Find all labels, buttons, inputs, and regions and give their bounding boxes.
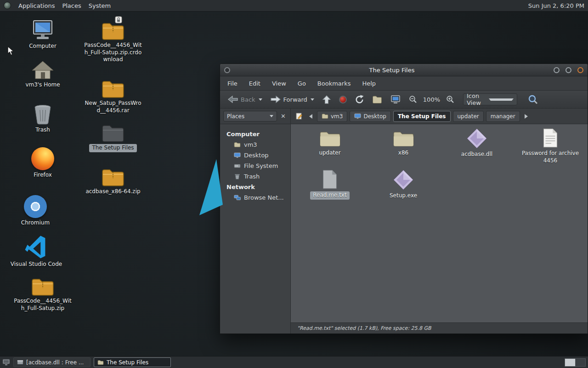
- file-read-me-txt[interactable]: Read.me.txt: [295, 169, 364, 200]
- sidebar-item-label: vm3: [244, 141, 257, 148]
- window-menu-icon[interactable]: [224, 67, 230, 73]
- archive-window-icon: [17, 359, 23, 365]
- desktop-icon-small: [354, 113, 361, 119]
- zoom-in-button[interactable]: [444, 94, 456, 105]
- desktop-icon-label: acdbase_x86-64.zip: [85, 188, 140, 196]
- minimize-button[interactable]: [554, 67, 560, 73]
- distro-menu-icon[interactable]: [4, 2, 11, 9]
- sidebar-group-network: Network: [220, 182, 290, 192]
- desktop-icon-vscode[interactable]: Visual Studio Code: [6, 235, 66, 268]
- desktop-icon-firefox[interactable]: Firefox: [13, 147, 73, 179]
- back-button[interactable]: Back: [226, 93, 264, 105]
- desktop-icon-trash[interactable]: Trash: [13, 103, 73, 134]
- file-view: updater x86 acdbase.dll Password for arc…: [291, 124, 588, 334]
- maximize-button[interactable]: [565, 67, 571, 73]
- search-button[interactable]: [526, 93, 540, 106]
- trash-icon: [234, 173, 241, 180]
- refresh-button[interactable]: [353, 93, 366, 106]
- chevron-down-icon: [311, 98, 314, 101]
- desktop-icon-passcode-zip[interactable]: PassCode__4456_With_Full-Satup.zip: [13, 276, 73, 312]
- taskbar-item-acdbase[interactable]: [acdbase.dll : Free ...: [13, 357, 90, 367]
- firefox-icon: [31, 147, 54, 170]
- folder-icon: [322, 113, 328, 119]
- menu-places[interactable]: Places: [62, 2, 81, 9]
- text-file-icon: [322, 169, 338, 190]
- toggle-location-entry-button[interactable]: [294, 111, 305, 121]
- desktop-icon-passcode-crdownload[interactable]: PassCode__4456_With_Full-Satup.zip.crdow…: [83, 20, 143, 63]
- desktop-icon-chromium[interactable]: Chromium: [6, 195, 65, 227]
- crumbs-scroll-right-button[interactable]: [522, 111, 530, 122]
- window-titlebar[interactable]: The Setup Files: [220, 64, 588, 76]
- zoom-in-icon: [446, 95, 454, 104]
- sidebar-item-file-system[interactable]: File System: [220, 161, 290, 171]
- crumbs-scroll-left-button[interactable]: [307, 111, 315, 122]
- taskbar-item-the-setup-files[interactable]: The Setup Files: [94, 357, 171, 367]
- menu-view[interactable]: View: [272, 80, 286, 87]
- close-button[interactable]: [577, 67, 583, 73]
- desktop-icon-label: Firefox: [34, 172, 52, 179]
- file-setup-exe[interactable]: Setup.exe: [369, 169, 438, 200]
- desktop-icon-label: PassCode__4456_With_Full-Satup.zip: [13, 298, 72, 312]
- desktop: Applications Places System Sun Jun 2, 6:…: [0, 0, 588, 368]
- icon-view-grid[interactable]: updater x86 acdbase.dll Password for arc…: [291, 124, 588, 322]
- sidebar-item-browse-network[interactable]: Browse Net...: [220, 192, 290, 203]
- computer-screen-icon: [390, 95, 401, 104]
- file-x86[interactable]: x86: [369, 130, 438, 157]
- side-pane-selector[interactable]: Places: [223, 111, 277, 121]
- file-updater[interactable]: updater: [295, 130, 364, 157]
- desktop-icon-label: vm3's Home: [25, 81, 60, 89]
- workspace-1[interactable]: [565, 359, 575, 366]
- folder-icon: [101, 123, 125, 143]
- side-pane-close-icon[interactable]: ✕: [279, 113, 287, 120]
- up-button[interactable]: [320, 93, 333, 106]
- trash-icon: [31, 103, 55, 125]
- path-row: Places ✕ vm3 Desktop: [220, 109, 588, 124]
- stop-button[interactable]: [337, 94, 349, 105]
- up-arrow-icon: [322, 95, 331, 104]
- breadcrumb-label: updater: [458, 113, 479, 120]
- desktop-icon-rar-archive[interactable]: New_Satup_PassWrod__4456.rar: [83, 78, 143, 114]
- desktop-icon-home[interactable]: vm3's Home: [13, 60, 73, 89]
- view-mode-combo[interactable]: Icon View: [463, 93, 517, 105]
- desktop-icon-label: Chromium: [21, 219, 50, 227]
- forward-button[interactable]: Forward: [268, 93, 316, 105]
- sidebar-item-desktop[interactable]: Desktop: [220, 150, 290, 161]
- home-folder-icon: [372, 95, 382, 104]
- menu-bookmarks[interactable]: Bookmarks: [317, 80, 351, 87]
- menu-help[interactable]: Help: [362, 80, 376, 87]
- file-password-for-archive[interactable]: Password for archive 4456: [516, 128, 585, 164]
- file-label: updater: [319, 150, 340, 157]
- window-toolbar: Back Forward 100: [220, 90, 588, 109]
- zoom-level[interactable]: 100%: [423, 96, 440, 103]
- sidebar-item-trash[interactable]: Trash: [220, 171, 290, 182]
- breadcrumb-updater[interactable]: updater: [453, 111, 484, 122]
- show-desktop-button[interactable]: [2, 359, 10, 366]
- menu-applications[interactable]: Applications: [18, 2, 55, 9]
- menu-go[interactable]: Go: [298, 80, 306, 87]
- workspace-2[interactable]: [575, 359, 585, 366]
- desktop-icon-label: Visual Studio Code: [11, 261, 62, 268]
- workspace-switcher[interactable]: [565, 358, 586, 367]
- breadcrumb-manager[interactable]: manager: [486, 111, 520, 122]
- desktop-icon-the-setup-files[interactable]: The Setup Files: [83, 123, 143, 152]
- home-button[interactable]: [370, 94, 384, 105]
- library-icon: [466, 128, 487, 149]
- desktop-icon-label: PassCode__4456_With_Full-Satup.zip.crdow…: [84, 42, 142, 63]
- breadcrumb-the-setup-files[interactable]: The Setup Files: [393, 111, 451, 122]
- clock[interactable]: Sun Jun 2, 6:20 PM: [528, 2, 584, 9]
- desktop-icon-computer[interactable]: Computer: [13, 19, 73, 50]
- status-text: "Read.me.txt" selected (1.7 kB), Free sp…: [297, 325, 431, 331]
- breadcrumb-vm3[interactable]: vm3: [317, 111, 347, 122]
- file-acdbase-dll[interactable]: acdbase.dll: [442, 128, 511, 158]
- taskbar-item-label: [acdbase.dll : Free ...: [26, 359, 84, 366]
- menu-edit[interactable]: Edit: [249, 80, 260, 87]
- sidebar-item-vm3[interactable]: vm3: [220, 139, 290, 150]
- file-label: acdbase.dll: [461, 151, 492, 158]
- desktop-icon-acdbase-zip[interactable]: acdbase_x86-64.zip: [83, 167, 143, 196]
- breadcrumb-desktop[interactable]: Desktop: [350, 111, 391, 122]
- zoom-out-button[interactable]: [407, 94, 419, 105]
- menu-file[interactable]: File: [227, 80, 237, 87]
- computer-button[interactable]: [388, 93, 403, 106]
- menu-system[interactable]: System: [89, 2, 111, 9]
- desktop-icon-label: Trash: [35, 126, 50, 134]
